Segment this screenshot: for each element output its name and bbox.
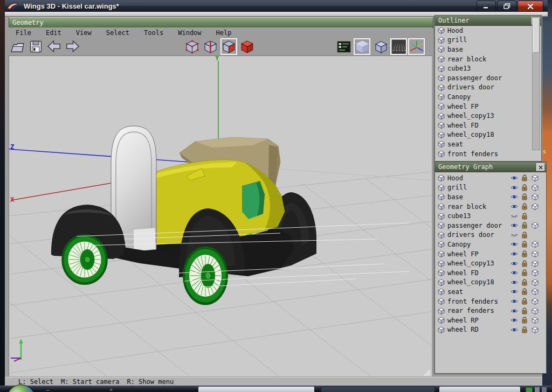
lock-icon[interactable] xyxy=(521,307,528,314)
minimize-button[interactable] xyxy=(477,1,496,12)
geometry-graph-item[interactable]: passenger door xyxy=(435,221,546,230)
taskbar-chevron-icon[interactable]: » xyxy=(109,387,113,392)
wireframe-toggle-cube-icon[interactable] xyxy=(531,326,539,333)
tray-icon-green[interactable] xyxy=(526,387,533,392)
lock-icon[interactable] xyxy=(521,193,528,200)
quick-launch-icons[interactable]: ⋯ xyxy=(46,388,50,392)
body-select-mode-icon[interactable] xyxy=(239,39,255,54)
visibility-eye-icon[interactable] xyxy=(510,241,518,247)
wireframe-toggle-cube-icon[interactable] xyxy=(531,279,539,286)
geometry-graph-item[interactable]: Canopy xyxy=(435,240,546,249)
lock-icon[interactable] xyxy=(521,213,528,220)
visibility-eye-icon[interactable] xyxy=(510,185,518,191)
wireframe-toggle-cube-icon[interactable] xyxy=(531,250,539,257)
wireframe-toggle-cube-icon[interactable] xyxy=(531,174,539,181)
undo-back-icon[interactable] xyxy=(46,39,62,54)
lock-icon[interactable] xyxy=(521,298,528,305)
edge-select-mode-icon[interactable] xyxy=(203,39,218,54)
visibility-eye-icon[interactable] xyxy=(510,204,518,209)
menu-item[interactable]: View xyxy=(71,28,99,38)
wireframe-toggle-cube-icon[interactable] xyxy=(531,241,539,248)
visibility-eye-icon[interactable] xyxy=(510,213,518,219)
lock-icon[interactable] xyxy=(521,269,528,276)
outliner-header[interactable]: Outliner xyxy=(435,16,541,26)
visibility-eye-icon[interactable] xyxy=(510,279,518,285)
lock-icon[interactable] xyxy=(521,203,528,210)
outliner-item[interactable]: seat xyxy=(435,139,541,149)
outliner-item[interactable]: passenger door xyxy=(435,73,541,83)
smooth-shading-icon[interactable] xyxy=(354,39,370,54)
outliner-item[interactable]: wheel FP xyxy=(435,102,541,111)
dialogs-icon[interactable] xyxy=(336,39,351,54)
viewport-3d-scene[interactable]: Y Z X xyxy=(9,55,432,376)
geometry-graph-item[interactable]: rear fenders xyxy=(435,306,546,316)
lock-icon[interactable] xyxy=(521,326,528,333)
save-file-icon[interactable] xyxy=(28,39,44,54)
outliner-item[interactable]: wheel_copy18 xyxy=(435,130,541,140)
geometry-graph-item[interactable]: wheel RD xyxy=(435,325,546,335)
taskbar-button-1[interactable] xyxy=(198,387,314,392)
taskbar-button-3[interactable] xyxy=(439,387,520,392)
menu-item[interactable]: Help xyxy=(211,28,239,38)
visibility-eye-icon[interactable] xyxy=(510,251,518,257)
wireframe-toggle-cube-icon[interactable] xyxy=(531,184,539,191)
geometry-graph-item[interactable]: grill xyxy=(435,183,546,193)
restore-button[interactable] xyxy=(497,1,516,12)
outliner-item[interactable]: Hood xyxy=(435,26,541,36)
visibility-eye-icon[interactable] xyxy=(510,175,518,181)
ground-plane-icon[interactable] xyxy=(391,39,406,54)
redo-forward-icon[interactable] xyxy=(65,39,80,54)
menu-item[interactable]: Select xyxy=(101,28,137,38)
taskbar-button-2[interactable] xyxy=(321,387,435,392)
geometry-graph-item[interactable]: front fenders xyxy=(435,297,546,306)
geometry-graph-item[interactable]: wheel RP xyxy=(435,316,546,325)
menu-item[interactable]: File xyxy=(11,28,39,38)
tray-icon-2[interactable] xyxy=(542,387,547,392)
geometry-graph-item[interactable]: wheel_copy18 xyxy=(435,278,546,288)
visibility-eye-icon[interactable] xyxy=(510,261,518,267)
visibility-eye-icon[interactable] xyxy=(510,194,518,200)
geometry-graph-item[interactable]: seat xyxy=(435,287,546,297)
wireframe-toggle-cube-icon[interactable] xyxy=(531,288,539,295)
lock-icon[interactable] xyxy=(521,279,528,286)
lock-icon[interactable] xyxy=(521,184,528,191)
wireframe-toggle-cube-icon[interactable] xyxy=(531,260,539,267)
geometry-graph-item[interactable]: wheel FP xyxy=(435,249,546,259)
lock-icon[interactable] xyxy=(521,232,528,239)
outliner-item[interactable]: front fenders xyxy=(435,149,541,159)
outliner-item[interactable]: grill xyxy=(435,36,541,45)
wireframe-toggle-cube-icon[interactable] xyxy=(531,222,539,229)
vertex-select-mode-icon[interactable] xyxy=(184,39,200,54)
wireframe-toggle-cube-icon[interactable] xyxy=(531,193,539,200)
geometry-graph-item[interactable]: wheel_copy13 xyxy=(435,258,546,268)
tray-icon-1[interactable] xyxy=(535,387,540,392)
menu-item[interactable]: Tools xyxy=(139,28,171,38)
visibility-eye-icon[interactable] xyxy=(510,270,518,276)
visibility-eye-icon[interactable] xyxy=(510,327,518,333)
outliner-item[interactable]: base xyxy=(435,45,541,54)
geometry-graph-item[interactable]: cube13 xyxy=(435,211,546,221)
wireframe-toggle-cube-icon[interactable] xyxy=(531,269,539,276)
geometry-graph-header[interactable]: Geometry Graph xyxy=(435,162,546,172)
wireframe-toggle-cube-icon[interactable] xyxy=(531,317,539,324)
outliner-item[interactable]: Canopy xyxy=(435,92,541,102)
open-file-icon[interactable] xyxy=(10,39,25,54)
visibility-eye-icon[interactable] xyxy=(510,308,518,314)
wireframe-toggle-cube-icon[interactable] xyxy=(531,298,539,305)
close-button[interactable] xyxy=(518,1,543,12)
lock-icon[interactable] xyxy=(521,250,528,257)
menu-item[interactable]: Edit xyxy=(41,28,69,38)
visibility-eye-icon[interactable] xyxy=(510,289,518,295)
lock-icon[interactable] xyxy=(521,222,528,229)
outliner-item[interactable]: cube13 xyxy=(435,64,541,73)
wireframe-toggle-cube-icon[interactable] xyxy=(531,307,539,314)
outliner-item[interactable]: drivers door xyxy=(435,83,541,93)
face-select-mode-icon[interactable] xyxy=(221,39,237,54)
lock-icon[interactable] xyxy=(521,241,528,248)
wireframe-toggle-cube-icon[interactable] xyxy=(531,203,539,210)
visibility-eye-icon[interactable] xyxy=(510,222,518,228)
outliner-scrollbar[interactable] xyxy=(532,17,540,150)
show-axes-icon[interactable] xyxy=(409,39,424,54)
geometry-graph-item[interactable]: rear block xyxy=(435,202,546,212)
visibility-eye-icon[interactable] xyxy=(510,317,518,323)
